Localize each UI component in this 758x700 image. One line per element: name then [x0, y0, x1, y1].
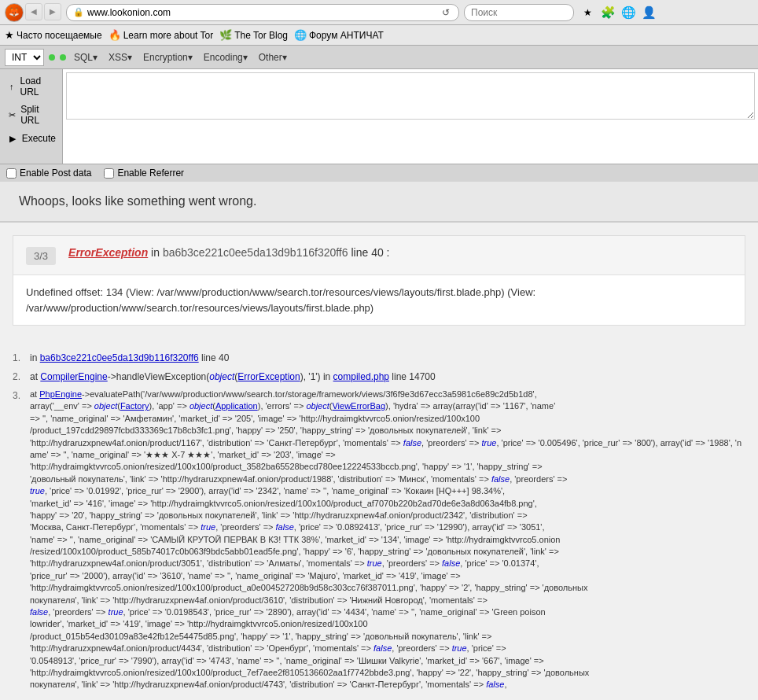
enable-post-label[interactable]: Enable Post data	[6, 168, 91, 179]
learn-tor-icon: 🔥	[109, 29, 121, 41]
in-text: in	[151, 246, 163, 259]
back-button[interactable]: ◀	[25, 3, 42, 20]
error-message-text: Undefined offset: 134 (View: /var/www/pr…	[26, 286, 535, 314]
error-exception-link[interactable]: ErrorException	[237, 371, 300, 382]
profile-icon[interactable]: 👤	[640, 4, 657, 21]
stack-num-3: 3.	[13, 389, 25, 691]
stack-content-2: at CompilerEngine->handleViewException(o…	[30, 370, 745, 384]
content-area: Whoops, looks like something went wrong.…	[0, 182, 758, 700]
error-title: ErrorException in ba6b3ce221c0ee5da13d9b…	[68, 245, 389, 261]
load-url-icon: ↑	[6, 80, 17, 93]
other-button[interactable]: Other▾	[256, 51, 290, 64]
sidebar-split-url[interactable]: ✂ Split URL	[0, 101, 62, 129]
stack-trace: 1. in ba6b3ce221c0ee5da13d9b116f320ff6 l…	[0, 338, 758, 700]
error-banner-text: Whoops, looks like something went wrong.	[19, 194, 256, 208]
nav-buttons: 🦊 ◀ ▶	[5, 3, 61, 22]
bookmark-label: Форум АНТИЧАТ	[309, 30, 384, 41]
bookmark-label: Learn more about Tor	[123, 30, 214, 41]
browser-chrome: 🦊 ◀ ▶ 🔒 www.lookonion.com ↺ ★ 🧩 🌐 👤 ★ Ча…	[0, 0, 758, 182]
dot-green-2	[60, 54, 66, 61]
secure-icon: 🔒	[73, 7, 84, 17]
enable-referrer-label[interactable]: Enable Referrer	[104, 168, 184, 179]
sql-button[interactable]: SQL▾	[71, 51, 101, 64]
sidebar-load-url[interactable]: ↑ Load URL	[0, 72, 62, 101]
enable-post-checkbox[interactable]	[6, 168, 17, 179]
int-dropdown[interactable]: INT	[5, 49, 44, 66]
error-message: Undefined offset: 134 (View: /var/www/pr…	[13, 274, 745, 325]
bookmark-learn-tor[interactable]: 🔥 Learn more about Tor	[109, 29, 214, 41]
error-banner: Whoops, looks like something went wrong.	[0, 182, 758, 223]
stack-num-1: 1.	[13, 351, 25, 365]
bookmark-label: Часто посещаемые	[17, 30, 102, 41]
sidebar: ↑ Load URL ✂ Split URL ▶ Execute	[0, 69, 63, 164]
colon: :	[387, 246, 390, 259]
execute-icon: ▶	[6, 132, 19, 145]
line-text: line	[351, 246, 371, 259]
factory-link[interactable]: Factory	[120, 401, 149, 411]
bookmark-label: The Tor Blog	[234, 30, 288, 41]
titlebar: 🦊 ◀ ▶ 🔒 www.lookonion.com ↺ ★ 🧩 🌐 👤	[0, 0, 758, 25]
compiler-engine-link[interactable]: CompilerEngine	[40, 371, 107, 382]
bookmarks-bar: ★ Часто посещаемые 🔥 Learn more about To…	[0, 25, 758, 46]
load-url-label: Load URL	[20, 76, 56, 98]
tool-textarea[interactable]	[66, 72, 755, 120]
error-hash: ba6b3ce221c0ee5da13d9b116f320ff6	[163, 246, 348, 259]
stack-item-2: 2. at CompilerEngine->handleViewExceptio…	[13, 370, 745, 384]
bookmark-antichat[interactable]: 🌐 Форум АНТИЧАТ	[294, 29, 384, 41]
antichat-icon: 🌐	[294, 29, 307, 41]
error-line: 40	[371, 246, 384, 259]
reload-button[interactable]: ↺	[440, 6, 452, 19]
split-url-label: Split URL	[20, 104, 56, 126]
tor-blog-icon: 🌿	[219, 29, 232, 41]
address-bar[interactable]: 🔒 www.lookonion.com ↺	[66, 4, 459, 21]
error-header: 3/3 ErrorException in ba6b3ce221c0ee5da1…	[13, 236, 745, 274]
tool-input-panel	[63, 69, 758, 164]
execute-label: Execute	[22, 133, 56, 144]
stack-item-3: 3. at PhpEngine->evaluatePath('/var/www/…	[13, 389, 745, 691]
tor-icon[interactable]: 🌐	[620, 4, 637, 21]
stack-item-1: 1. in ba6b3ce221c0ee5da13d9b116f320ff6 l…	[13, 351, 745, 365]
bookmark-tor-blog[interactable]: 🌿 The Tor Blog	[219, 29, 288, 41]
encryption-button[interactable]: Encryption▾	[140, 51, 196, 64]
checkbox-row: Enable Post data Enable Referrer	[0, 164, 758, 182]
encoding-button[interactable]: Encoding▾	[201, 51, 251, 64]
bookmark-star-icon[interactable]: ★	[579, 4, 596, 21]
stack-num-2: 2.	[13, 370, 25, 384]
search-input[interactable]	[464, 4, 574, 21]
viewerrorbag-link[interactable]: ViewErrorBag	[332, 401, 385, 411]
addon-icon[interactable]: 🧩	[599, 4, 616, 21]
phpengine-link[interactable]: PhpEngine	[39, 389, 82, 399]
application-link[interactable]: Application	[215, 401, 258, 411]
dot-green-1	[49, 54, 55, 61]
enable-referrer-checkbox[interactable]	[104, 168, 114, 179]
tool-area: ↑ Load URL ✂ Split URL ▶ Execute	[0, 69, 758, 164]
compiled-php-link[interactable]: compiled.php	[333, 371, 389, 382]
split-url-icon: ✂	[6, 109, 17, 121]
exception-link[interactable]: ErrorException	[68, 246, 148, 259]
stack-hash-1[interactable]: ba6b3ce221c0ee5da13d9b116f320ff6	[40, 352, 199, 363]
firefox-menu-button[interactable]: 🦊	[5, 3, 24, 22]
stack-content-3: at PhpEngine->evaluatePath('/var/www/pro…	[30, 389, 745, 691]
sidebar-execute[interactable]: ▶ Execute	[0, 129, 62, 148]
error-number: 3/3	[26, 247, 56, 265]
frequent-icon: ★	[5, 29, 14, 41]
stack-content-1: in ba6b3ce221c0ee5da13d9b116f320ff6 line…	[30, 351, 745, 365]
bookmark-frequent[interactable]: ★ Часто посещаемые	[5, 29, 102, 41]
forward-button[interactable]: ▶	[44, 3, 61, 20]
toolbar-row: INT SQL▾ XSS▾ Encryption▾ Encoding▾ Othe…	[0, 46, 758, 69]
browser-icons: ★ 🧩 🌐 👤	[579, 4, 657, 21]
error-block: 3/3 ErrorException in ba6b3ce221c0ee5da1…	[13, 235, 745, 326]
enable-post-text: Enable Post data	[20, 168, 91, 179]
enable-referrer-text: Enable Referrer	[117, 168, 184, 179]
xss-button[interactable]: XSS▾	[105, 51, 135, 64]
address-text: www.lookonion.com	[87, 7, 440, 18]
